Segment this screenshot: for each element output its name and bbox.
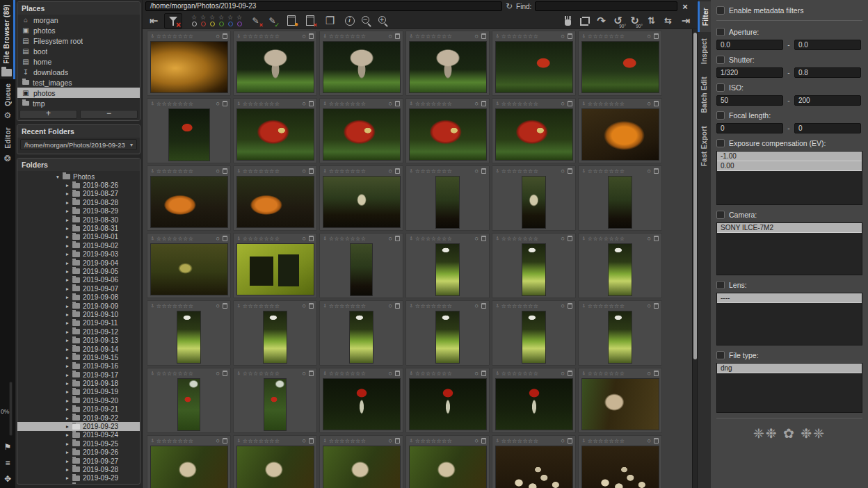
trash-icon[interactable] (568, 101, 572, 106)
thumbnail[interactable]: ♂☆☆☆☆☆☆☆○ (233, 435, 317, 488)
star-icon[interactable]: ☆ (506, 438, 512, 444)
folder-item-2019-09-09[interactable]: ▸2019-09-09 (17, 302, 140, 310)
star-icon[interactable]: ☆ (517, 168, 523, 174)
star-icon[interactable]: ☆ (345, 168, 351, 174)
aperture-from-input[interactable]: 0.0 (716, 40, 783, 50)
chevron-collapsed-icon[interactable]: ▸ (66, 466, 72, 473)
folder-item-2019-09-14[interactable]: ▸2019-09-14 (17, 345, 140, 353)
list-option[interactable]: SONY ILCE-7M2 (717, 223, 862, 233)
color-label-icon[interactable]: ○ (648, 33, 651, 40)
star-icon[interactable]: ☆ (447, 303, 453, 309)
star-icon[interactable]: ☆ (183, 236, 188, 242)
color-label-filter-icon[interactable] (192, 22, 197, 26)
star-icon[interactable]: ☆ (167, 168, 172, 174)
thumbnail[interactable]: ♂☆☆☆☆☆☆☆○ (578, 165, 662, 231)
star-icon[interactable]: ☆ (593, 168, 598, 174)
color-label-icon[interactable]: ○ (561, 168, 565, 174)
zoom-in-icon[interactable]: + (376, 13, 390, 29)
thumbnail-image[interactable] (323, 446, 401, 488)
star-icon[interactable]: ☆ (415, 371, 421, 377)
color-label-icon[interactable]: ○ (561, 302, 565, 309)
thumbnail[interactable]: ♂☆☆☆☆☆☆☆○ (233, 165, 317, 231)
trash-icon[interactable] (481, 303, 486, 309)
star-icon[interactable]: ☆ (614, 371, 620, 377)
star-icon[interactable]: ☆ (528, 438, 533, 444)
thumbnail-image[interactable] (236, 108, 314, 161)
color-label-filter-icon[interactable] (219, 22, 224, 26)
color-label-icon[interactable]: ○ (389, 235, 392, 242)
star-icon[interactable]: ☆ (588, 33, 593, 40)
star-icon[interactable]: ☆ (620, 101, 625, 107)
tab-filter[interactable]: Filter (698, 1, 711, 32)
chevron-collapsed-icon[interactable]: ▸ (66, 311, 72, 318)
star-icon[interactable]: ☆ (512, 236, 517, 242)
thumbnail[interactable]: ♂☆☆☆☆☆☆☆○ (492, 368, 576, 433)
thumbnail-image[interactable] (349, 311, 373, 364)
star-icon[interactable]: ☆ (172, 236, 178, 242)
star-icon[interactable]: ☆ (161, 101, 167, 107)
star-icon[interactable]: ☆ (431, 303, 437, 309)
star-icon[interactable]: ☆ (259, 303, 264, 309)
color-label-icon[interactable]: ○ (648, 437, 651, 444)
thumbnail[interactable]: ♂☆☆☆☆☆☆☆○ (319, 31, 403, 96)
star-icon[interactable]: ☆ (604, 236, 609, 242)
thumbnail-image[interactable] (435, 243, 460, 296)
trash-icon[interactable] (481, 236, 486, 241)
star-icon[interactable]: ☆ (161, 168, 167, 174)
folder-root[interactable]: ▾Photos (17, 172, 140, 181)
star-icon[interactable]: ☆ (264, 371, 269, 377)
trash-icon[interactable] (654, 101, 659, 106)
thumbnail-image[interactable] (409, 378, 487, 430)
folder-item-2019-09-12[interactable]: ▸2019-09-12 (17, 327, 140, 336)
thumbnail[interactable]: ♂☆☆☆☆☆☆☆○ (233, 98, 317, 163)
folder-item-2019-09-10[interactable]: ▸2019-09-10 (17, 310, 140, 318)
trash-icon[interactable] (395, 371, 400, 376)
thumbnail-image[interactable] (263, 311, 287, 364)
thumbnail-image[interactable] (264, 378, 287, 431)
star-icon[interactable]: ☆ (161, 33, 167, 40)
folder-item-2019-09-08[interactable]: ▸2019-09-08 (17, 293, 140, 301)
star-icon[interactable]: ☆ (604, 371, 609, 377)
star-icon[interactable]: ☆ (512, 168, 517, 174)
star-icon[interactable]: ☆ (609, 101, 614, 107)
star-filter-icon[interactable]: ☆ (200, 15, 206, 21)
trash-icon[interactable] (309, 236, 314, 241)
trash-icon[interactable] (568, 236, 572, 241)
trash-icon[interactable] (481, 438, 486, 444)
star-icon[interactable]: ☆ (339, 236, 345, 242)
star-icon[interactable]: ☆ (506, 371, 512, 377)
thumbnail[interactable]: ♂☆☆☆☆☆☆☆○ (233, 31, 317, 96)
tab-batch-edit[interactable]: Batch Edit (698, 70, 711, 119)
star-icon[interactable]: ☆ (329, 438, 335, 444)
star-icon[interactable]: ☆ (593, 236, 598, 242)
star-icon[interactable]: ☆ (243, 236, 248, 242)
star-icon[interactable]: ☆ (593, 33, 598, 40)
star-icon[interactable]: ☆ (426, 33, 431, 40)
collapse-right-icon[interactable]: ⇥ (677, 13, 694, 29)
star-icon[interactable]: ☆ (528, 371, 533, 377)
chevron-collapsed-icon[interactable]: ▸ (66, 449, 72, 455)
star-icon[interactable]: ☆ (517, 438, 523, 444)
iso-checkbox[interactable] (716, 83, 725, 92)
chevron-collapsed-icon[interactable]: ▸ (66, 380, 72, 387)
star-icon[interactable]: ☆ (177, 438, 183, 444)
star-icon[interactable]: ☆ (517, 33, 523, 40)
folder-item-2019-08-30[interactable]: ▸2019-08-30 (17, 215, 140, 224)
star-icon[interactable]: ☆ (588, 101, 593, 107)
star-icon[interactable]: ☆ (620, 438, 625, 444)
filter-clear-icon[interactable]: × (164, 13, 182, 29)
color-label-icon[interactable]: ○ (561, 437, 565, 444)
star-icon[interactable]: ☆ (442, 236, 447, 242)
thumbnail-image[interactable] (409, 41, 487, 93)
star-icon[interactable]: ☆ (248, 168, 253, 174)
star-icon[interactable]: ☆ (248, 236, 253, 242)
star-icon[interactable]: ☆ (431, 236, 437, 242)
star-icon[interactable]: ☆ (350, 168, 355, 174)
star-icon[interactable]: ☆ (259, 33, 264, 40)
thumbnail-image[interactable] (581, 108, 659, 161)
thumbnail[interactable]: ♂☆☆☆☆☆☆☆○ (319, 165, 403, 231)
color-label-icon[interactable]: ○ (648, 100, 651, 107)
star-icon[interactable]: ☆ (334, 33, 339, 40)
info-icon[interactable]: i (342, 13, 357, 29)
trash-icon[interactable] (481, 371, 486, 376)
